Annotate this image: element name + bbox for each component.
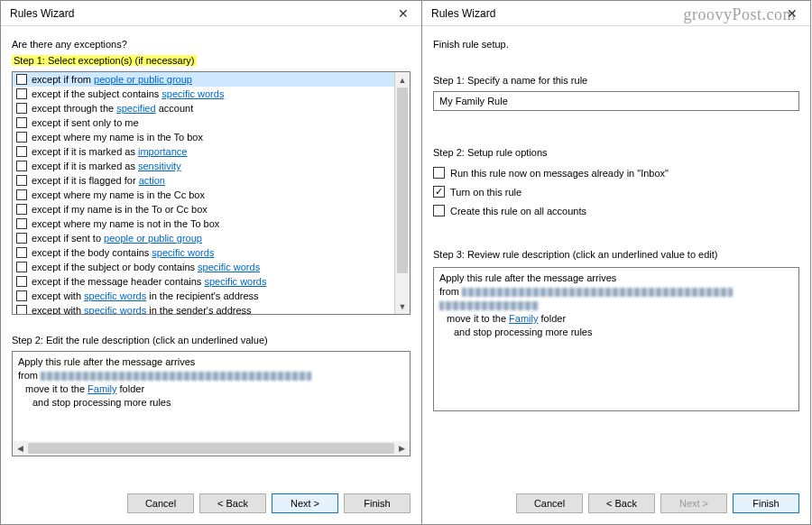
scroll-up-icon[interactable]: ▲ xyxy=(395,72,410,88)
exception-link[interactable]: sensitivity xyxy=(138,161,181,171)
scrollbar-vertical[interactable]: ▲ ▼ xyxy=(394,72,410,314)
exception-link[interactable]: specified xyxy=(116,103,155,114)
exception-item[interactable]: except if the message header contains sp… xyxy=(13,274,394,289)
exception-item[interactable]: except where my name is in the To box xyxy=(13,130,394,144)
exception-item[interactable]: except if it is flagged for action xyxy=(13,173,394,188)
scroll-thumb[interactable] xyxy=(28,443,394,454)
exception-item[interactable]: except if the body contains specific wor… xyxy=(13,245,394,260)
exception-link[interactable]: people or public group xyxy=(104,233,202,244)
checkbox-icon[interactable] xyxy=(433,205,445,216)
folder-link[interactable]: Family xyxy=(88,383,116,394)
exception-text: except if the subject or body contains s… xyxy=(32,262,260,272)
cancel-button[interactable]: Cancel xyxy=(516,493,583,513)
exception-item[interactable]: except if it is marked as importance xyxy=(13,144,394,159)
checkbox-icon[interactable] xyxy=(16,305,27,314)
exception-item[interactable]: except if the subject or body contains s… xyxy=(13,260,394,274)
checkbox-icon[interactable] xyxy=(16,233,27,244)
exception-text: except if it is marked as importance xyxy=(32,146,187,157)
checkbox-icon[interactable] xyxy=(16,189,27,200)
redacted-sender xyxy=(439,301,539,310)
cancel-button[interactable]: Cancel xyxy=(127,493,194,513)
option-run-now[interactable]: Run this rule now on messages already in… xyxy=(433,167,799,179)
desc-line: Apply this rule after the message arrive… xyxy=(18,355,404,369)
exception-item[interactable]: except if sent to people or public group xyxy=(13,231,394,245)
exception-text: except if sent only to me xyxy=(32,117,139,128)
scroll-left-icon[interactable]: ◀ xyxy=(13,441,28,456)
finish-button[interactable]: Finish xyxy=(344,493,411,513)
scroll-thumb[interactable] xyxy=(397,88,408,273)
desc-line: from xyxy=(18,369,404,382)
titlebar: Rules Wizard ✕ xyxy=(422,1,810,26)
checkbox-icon[interactable] xyxy=(16,88,27,99)
exception-link[interactable]: people or public group xyxy=(94,74,192,85)
exception-item[interactable]: except if it is marked as sensitivity xyxy=(13,159,394,173)
window-title: Rules Wizard xyxy=(431,7,495,20)
exception-link[interactable]: specific words xyxy=(204,276,266,287)
checkbox-icon[interactable] xyxy=(16,146,27,157)
back-button[interactable]: < Back xyxy=(588,493,655,513)
exception-text: except with specific words in the recipi… xyxy=(32,290,259,301)
option-all-accounts[interactable]: Create this rule on all accounts xyxy=(433,205,799,216)
step1-label: Step 1: Select exception(s) (if necessar… xyxy=(12,55,411,66)
checkbox-icon[interactable] xyxy=(16,74,27,85)
exception-link[interactable]: specific words xyxy=(84,290,146,301)
checkbox-icon[interactable] xyxy=(16,262,27,272)
checkbox-icon[interactable] xyxy=(16,175,27,186)
exception-text: except if my name is in the To or Cc box xyxy=(32,204,208,215)
exception-text: except if the body contains specific wor… xyxy=(32,247,214,258)
exception-link[interactable]: specific words xyxy=(84,305,146,314)
close-icon[interactable]: ✕ xyxy=(780,5,805,23)
exceptions-listbox[interactable]: except if from people or public groupexc… xyxy=(12,71,411,315)
checkbox-icon[interactable] xyxy=(16,247,27,258)
exception-link[interactable]: specific words xyxy=(198,262,260,272)
exception-item[interactable]: except with specific words in the recipi… xyxy=(13,289,394,303)
titlebar: Rules Wizard ✕ xyxy=(1,1,421,26)
checkbox-icon[interactable] xyxy=(433,167,445,179)
window-title: Rules Wizard xyxy=(10,7,74,20)
exception-item[interactable]: except if from people or public group xyxy=(13,72,394,87)
exception-item[interactable]: except where my name is not in the To bo… xyxy=(13,216,394,231)
exception-link[interactable]: specific words xyxy=(161,88,224,99)
close-icon[interactable]: ✕ xyxy=(391,5,416,23)
rule-name-input[interactable] xyxy=(433,91,799,111)
next-button[interactable]: Next > xyxy=(272,493,338,513)
exception-text: except where my name is in the To box xyxy=(32,132,203,143)
desc-line: move it to the Family folder xyxy=(18,382,404,396)
exception-text: except where my name is in the Cc box xyxy=(32,189,205,200)
checkbox-icon[interactable] xyxy=(16,161,27,171)
desc-line: and stop processing more rules xyxy=(439,326,793,339)
exceptions-question: Are there any exceptions? xyxy=(12,39,411,50)
checkbox-checked-icon[interactable] xyxy=(433,186,445,198)
scroll-down-icon[interactable]: ▼ xyxy=(395,299,410,314)
desc-line: move it to the Family folder xyxy=(439,312,793,326)
checkbox-icon[interactable] xyxy=(16,290,27,301)
scroll-right-icon[interactable]: ▶ xyxy=(394,441,410,456)
exception-item[interactable]: except through the specified account xyxy=(13,101,394,115)
exception-link[interactable]: importance xyxy=(138,146,187,157)
rule-description-box[interactable]: Apply this rule after the message arrive… xyxy=(12,351,411,441)
exception-item[interactable]: except if the subject contains specific … xyxy=(13,87,394,101)
option-turn-on[interactable]: Turn on this rule xyxy=(433,186,799,198)
checkbox-icon[interactable] xyxy=(16,204,27,215)
desc-line: Apply this rule after the message arrive… xyxy=(439,272,793,285)
exception-item[interactable]: except with specific words in the sender… xyxy=(13,303,394,314)
exception-link[interactable]: action xyxy=(139,175,165,186)
checkbox-icon[interactable] xyxy=(16,117,27,128)
folder-link[interactable]: Family xyxy=(509,313,538,324)
checkbox-icon[interactable] xyxy=(16,218,27,229)
rule-description-box[interactable]: Apply this rule after the message arrive… xyxy=(433,267,799,411)
scrollbar-horizontal[interactable]: ◀ ▶ xyxy=(12,441,411,456)
exception-link[interactable]: specific words xyxy=(152,247,214,258)
exception-item[interactable]: except if my name is in the To or Cc box xyxy=(13,202,394,216)
back-button[interactable]: < Back xyxy=(199,493,266,513)
exception-item[interactable]: except if sent only to me xyxy=(13,115,394,130)
desc-line: and stop processing more rules xyxy=(18,396,404,410)
rules-wizard-left-pane: Rules Wizard ✕ Are there any exceptions?… xyxy=(0,0,422,525)
checkbox-icon[interactable] xyxy=(16,132,27,143)
exception-text: except if the message header contains sp… xyxy=(32,276,266,287)
checkbox-icon[interactable] xyxy=(16,276,27,287)
checkbox-icon[interactable] xyxy=(16,103,27,114)
step3-label: Step 3: Review rule description (click a… xyxy=(433,249,799,260)
finish-button[interactable]: Finish xyxy=(733,493,799,513)
exception-item[interactable]: except where my name is in the Cc box xyxy=(13,188,394,202)
